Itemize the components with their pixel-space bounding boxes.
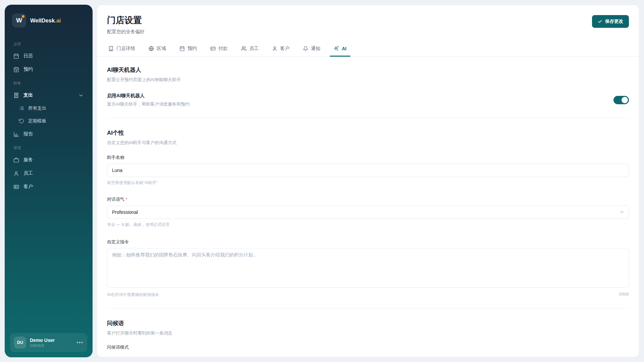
tab-store-details[interactable]: 门店详情	[108, 42, 136, 56]
character-counter: 0/500	[619, 292, 629, 298]
brand-logo: W	[12, 13, 26, 27]
assistant-name-label: 助手名称	[107, 155, 629, 161]
brand: W WellDesk.ai	[12, 13, 85, 27]
bell-icon	[303, 46, 308, 51]
brand-name: WellDesk.ai	[30, 17, 61, 24]
enable-chatbot-description: 显示AI聊天助手，帮助客户浏览服务和预约	[107, 101, 190, 107]
tone-selected-value: Professional	[112, 209, 138, 215]
sidebar-section-operations: 运营	[13, 42, 84, 47]
sidebar-item-recurring-templates[interactable]: 定期模板	[15, 115, 87, 127]
sidebar-item-all-expenses[interactable]: 所有支出	[15, 102, 87, 115]
section-subtitle: 配置公开预约页面上的AI智能聊天助手	[107, 77, 629, 83]
sidebar-item-services[interactable]: 服务	[10, 153, 87, 167]
sidebar-item-label: 所有支出	[28, 105, 46, 111]
tab-label: 通知	[311, 46, 320, 52]
chevron-down-icon	[78, 93, 84, 98]
tab-label: 预约	[187, 46, 197, 52]
sidebar-item-label: 预约	[23, 66, 33, 72]
tone-field: 对话语气 * Professional 专业 — 礼貌、高效，使用正式语言	[107, 196, 629, 228]
save-button-label: 保存更改	[605, 18, 623, 24]
tab-payments[interactable]: 付款	[210, 42, 228, 56]
sidebar-item-label: 支出	[23, 92, 33, 98]
enable-chatbot-label: 启用AI聊天机器人	[107, 93, 190, 99]
sidebar-section-finance: 财务	[13, 81, 84, 86]
credit-card-icon	[210, 46, 216, 51]
sparkles-icon	[334, 46, 339, 51]
tab-ai[interactable]: AI	[333, 42, 347, 56]
section-title: AI个性	[107, 129, 629, 137]
tab-staff[interactable]: 员工	[240, 42, 259, 56]
sidebar-item-label: 服务	[23, 157, 33, 163]
enable-chatbot-toggle[interactable]	[613, 96, 629, 104]
brand-logo-dot	[22, 15, 24, 18]
section-subtitle: 客户打开聊天时看到的第一条消息	[107, 330, 629, 336]
calendar-plus-icon	[13, 67, 19, 72]
tab-label: 员工	[249, 46, 259, 52]
user-role-badge: OWNER	[30, 344, 55, 348]
calendar-icon	[179, 46, 185, 51]
user-icon	[13, 171, 19, 176]
toggle-knob	[622, 97, 628, 103]
sidebar-item-label: 日历	[23, 53, 33, 59]
tab-appointments[interactable]: 预约	[179, 42, 198, 56]
brand-suffix: .ai	[55, 17, 61, 23]
assistant-name-helper: 留空将使用默认名称"AI助手"	[107, 180, 629, 186]
bar-chart-icon	[13, 131, 19, 137]
tab-label: 门店详情	[116, 46, 135, 52]
brand-logo-letter: W	[16, 17, 22, 24]
custom-instructions-label: 自定义指令	[107, 239, 629, 245]
section-divider	[107, 308, 629, 309]
sidebar-item-expenses[interactable]: 支出	[10, 88, 87, 102]
ai-chatbot-section: AI聊天机器人 配置公开预约页面上的AI智能聊天助手 启用AI聊天机器人 显示A…	[107, 66, 629, 107]
sidebar-item-label: 员工	[23, 170, 33, 176]
tab-customers[interactable]: 客户	[271, 42, 290, 56]
chevron-down-icon	[619, 209, 625, 215]
sidebar-item-reports[interactable]: 报告	[10, 127, 87, 141]
ai-personality-section: AI个性 自定义您的AI助手与客户的沟通方式 助手名称 留空将使用默认名称"AI…	[107, 129, 629, 298]
settings-tabs: 门店详情 区域 预约 付款 员工 客户 通知 AI	[97, 42, 639, 57]
custom-instructions-textarea[interactable]	[107, 248, 629, 288]
tone-select[interactable]: Professional	[107, 205, 629, 219]
briefcase-icon	[13, 157, 19, 163]
section-divider	[107, 118, 629, 118]
save-changes-button[interactable]: 保存更改	[592, 15, 629, 28]
tab-notifications[interactable]: 通知	[302, 42, 321, 56]
required-asterisk: *	[126, 197, 127, 202]
ellipsis-icon[interactable]: •••	[76, 340, 83, 346]
user-icon	[272, 46, 277, 51]
tab-region[interactable]: 区域	[148, 42, 167, 56]
sidebar: W WellDesk.ai 运营 日历 预约 财务 支出 所有支出 定期模板 报…	[5, 5, 93, 357]
tab-label: 客户	[280, 46, 289, 52]
tab-content-ai: AI聊天机器人 配置公开预约页面上的AI智能聊天助手 启用AI聊天机器人 显示A…	[107, 57, 629, 357]
sidebar-item-label: 定期模板	[28, 118, 46, 124]
receipt-icon	[13, 93, 19, 98]
sidebar-item-staff[interactable]: 员工	[10, 167, 87, 180]
page-subtitle: 配置您的业务偏好	[107, 29, 145, 35]
id-card-icon	[13, 184, 19, 190]
avatar: DU	[14, 337, 26, 349]
user-card[interactable]: DU Demo User OWNER •••	[10, 333, 87, 352]
sidebar-item-label: 报告	[23, 131, 33, 137]
section-subtitle: 自定义您的AI助手与客户的沟通方式	[107, 140, 629, 146]
sidebar-item-appointments[interactable]: 预约	[10, 63, 87, 76]
enable-chatbot-row: 启用AI聊天机器人 显示AI聊天助手，帮助客户浏览服务和预约	[107, 93, 629, 107]
page-title: 门店设置	[107, 14, 145, 26]
building-icon	[108, 46, 114, 51]
greeting-section: 问候语 客户打开聊天时看到的第一条消息 问候语模式 自动生成 自定义消息	[107, 319, 629, 357]
check-icon	[598, 19, 602, 24]
assistant-name-input[interactable]	[107, 164, 629, 177]
tab-label: AI	[342, 46, 346, 51]
tone-label: 对话语气 *	[107, 196, 629, 202]
sidebar-item-label: 客户	[23, 184, 33, 190]
section-title: 问候语	[107, 319, 629, 327]
user-name: Demo User	[30, 338, 55, 343]
tab-label: 付款	[218, 46, 228, 52]
section-title: AI聊天机器人	[107, 66, 629, 74]
calendar-icon	[13, 53, 19, 59]
globe-icon	[149, 46, 154, 51]
custom-instructions-field: 自定义指令 AI在对话中需遵循的附加指令 0/500	[107, 239, 629, 298]
sidebar-item-customers[interactable]: 客户	[10, 180, 87, 193]
sidebar-item-calendar[interactable]: 日历	[10, 49, 87, 63]
tone-helper: 专业 — 礼貌、高效，使用正式语言	[107, 222, 629, 228]
tab-label: 区域	[157, 46, 166, 52]
